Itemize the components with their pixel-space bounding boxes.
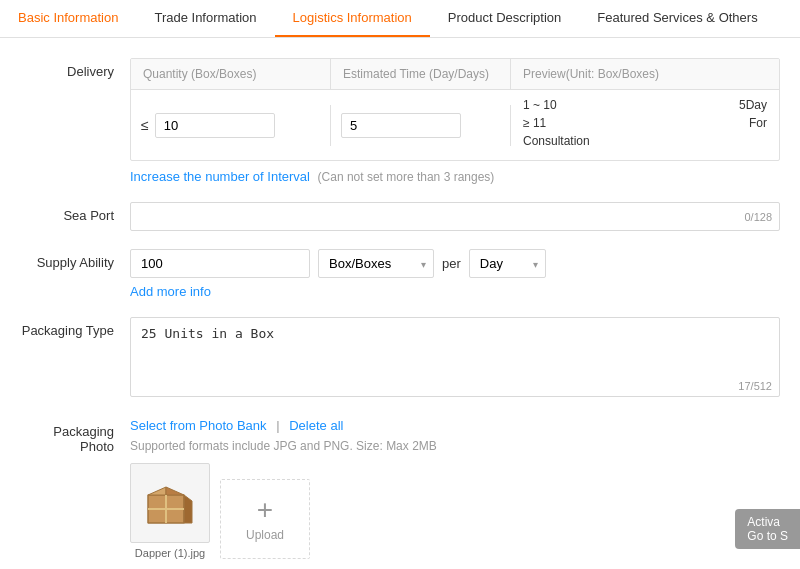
preview-header: Preview(Unit: Box/Boxes) (511, 59, 779, 89)
photo-hint: Supported formats include JPG and PNG. S… (130, 439, 780, 453)
tab-trade[interactable]: Trade Information (136, 0, 274, 37)
packaging-type-row: Packaging Type 25 Units in a Box 17/512 (0, 317, 800, 400)
supply-qty-input[interactable] (130, 249, 310, 278)
packaging-photo-label: Packaging Photo (20, 418, 130, 454)
add-more-info-link[interactable]: Add more info (130, 284, 780, 299)
qty-header: Quantity (Box/Boxes) (131, 59, 331, 89)
svg-marker-1 (148, 487, 166, 495)
sea-port-row: Sea Port 0/128 (0, 202, 800, 231)
delivery-box: Quantity (Box/Boxes) Estimated Time (Day… (130, 58, 780, 161)
per-label: per (442, 256, 461, 271)
preview-row-2: ≥ 11 For (523, 116, 767, 130)
upload-plus-icon: + (257, 496, 273, 524)
time-header: Estimated Time (Day/Days) (331, 59, 511, 89)
sea-port-label: Sea Port (20, 202, 130, 223)
add-interval-container: Increase the number of Interval (Can not… (130, 169, 780, 184)
tab-logistics[interactable]: Logistics Information (275, 0, 430, 37)
preview-value-2: For (749, 116, 767, 130)
upload-label: Upload (246, 528, 284, 542)
tab-product[interactable]: Product Description (430, 0, 579, 37)
delivery-label: Delivery (20, 58, 130, 79)
packaging-photo-control: Select from Photo Bank | Delete all Supp… (130, 418, 780, 559)
supply-unit-select[interactable]: Box/Boxes Piece/Pieces Set/Sets (318, 249, 434, 278)
packaging-type-textarea[interactable]: 25 Units in a Box (130, 317, 780, 397)
lte-symbol: ≤ (141, 117, 149, 133)
delivery-time-cell (331, 105, 511, 146)
sea-port-char-count: 0/128 (744, 211, 772, 223)
upload-box[interactable]: + Upload (220, 479, 310, 559)
supply-row: Box/Boxes Piece/Pieces Set/Sets ▾ per Da… (130, 249, 780, 278)
preview-row-1: 1 ~ 10 5Day (523, 98, 767, 112)
packaging-type-char-count: 17/512 (738, 380, 772, 392)
packaging-type-wrapper: 25 Units in a Box 17/512 (130, 317, 780, 400)
photo-thumb-1: Dapper (1).jpg (130, 463, 210, 559)
add-interval-hint: (Can not set more than 3 ranges) (318, 170, 495, 184)
delivery-qty-cell: ≤ (131, 105, 331, 146)
preview-value-1: 5Day (739, 98, 767, 112)
sea-port-control: 0/128 (130, 202, 780, 231)
preview-range-1: 1 ~ 10 (523, 98, 557, 112)
delivery-row: Delivery Quantity (Box/Boxes) Estimated … (0, 58, 800, 184)
packaging-type-control: 25 Units in a Box 17/512 (130, 317, 780, 400)
photo-filename-1: Dapper (1).jpg (130, 547, 210, 559)
sea-port-wrapper: 0/128 (130, 202, 780, 231)
photo-links: Select from Photo Bank | Delete all (130, 418, 780, 433)
sea-port-input[interactable] (130, 202, 780, 231)
preview-row-3: Consultation (523, 134, 767, 148)
delete-all-link[interactable]: Delete all (289, 418, 343, 433)
supply-period-select[interactable]: Day Week Month (469, 249, 546, 278)
select-from-bank-link[interactable]: Select from Photo Bank (130, 418, 267, 433)
supply-period-wrapper: Day Week Month ▾ (469, 249, 546, 278)
preview-range-2: ≥ 11 (523, 116, 546, 130)
tab-bar: Basic Information Trade Information Logi… (0, 0, 800, 38)
qty-input[interactable] (155, 113, 275, 138)
packaging-type-label: Packaging Type (20, 317, 130, 338)
form-content: Delivery Quantity (Box/Boxes) Estimated … (0, 38, 800, 569)
delivery-preview-cell: 1 ~ 10 5Day ≥ 11 For Consultation (511, 90, 779, 160)
preview-consultation: Consultation (523, 134, 590, 148)
packaging-photo-row: Packaging Photo Select from Photo Bank |… (0, 418, 800, 559)
delivery-header: Quantity (Box/Boxes) Estimated Time (Day… (131, 59, 779, 90)
tab-featured[interactable]: Featured Services & Others (579, 0, 775, 37)
supply-ability-label: Supply Ability (20, 249, 130, 270)
time-input[interactable] (341, 113, 461, 138)
supply-ability-control: Box/Boxes Piece/Pieces Set/Sets ▾ per Da… (130, 249, 780, 299)
photo-separator: | (276, 418, 279, 433)
photo-img-box-1[interactable] (130, 463, 210, 543)
photo-row: Dapper (1).jpg + Upload (130, 463, 780, 559)
supply-ability-row: Supply Ability Box/Boxes Piece/Pieces Se… (0, 249, 800, 299)
svg-marker-3 (184, 495, 192, 523)
delivery-data-row: ≤ 1 ~ 10 5Day ≥ 11 For (131, 90, 779, 160)
delivery-control: Quantity (Box/Boxes) Estimated Time (Day… (130, 58, 780, 184)
supply-unit-wrapper: Box/Boxes Piece/Pieces Set/Sets ▾ (318, 249, 434, 278)
add-interval-link[interactable]: Increase the number of Interval (130, 169, 310, 184)
svg-marker-2 (166, 487, 184, 495)
box-illustration (140, 473, 200, 533)
tab-basic[interactable]: Basic Information (0, 0, 136, 37)
